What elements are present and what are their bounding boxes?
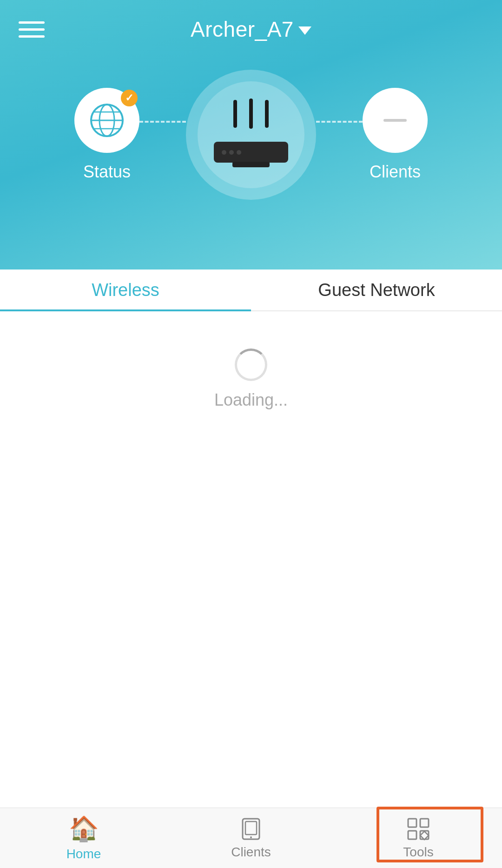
tab-guest-network-label: Guest Network: [318, 280, 435, 300]
menu-button[interactable]: [19, 21, 45, 38]
home-icon: 🏠: [69, 815, 99, 843]
nav-tools[interactable]: Tools: [335, 817, 502, 860]
router-outer-circle: [186, 70, 316, 200]
content-area: Loading...: [0, 311, 502, 683]
svg-point-12: [237, 150, 241, 155]
clients-label: Clients: [370, 162, 421, 182]
svg-marker-20: [420, 831, 429, 840]
nav-home[interactable]: 🏠 Home: [0, 815, 167, 861]
router-name-text: Archer_A7: [191, 17, 294, 42]
dashed-line-right: [316, 121, 363, 123]
clients-nav-icon: [239, 817, 263, 841]
loading-text: Loading...: [214, 390, 288, 410]
tools-nav-label: Tools: [403, 845, 433, 860]
globe-icon: [88, 102, 126, 139]
svg-point-10: [222, 150, 226, 155]
svg-rect-6: [249, 99, 253, 129]
loading-indicator: Loading...: [0, 311, 502, 410]
router-icon: [205, 98, 297, 172]
network-diagram: ✓ Status: [0, 70, 502, 200]
home-label: Home: [66, 847, 101, 861]
tools-icon: [406, 817, 430, 841]
check-icon: ✓: [125, 92, 133, 104]
nav-clients[interactable]: Clients: [167, 817, 335, 860]
status-label: Status: [83, 162, 131, 182]
clients-node[interactable]: Clients: [363, 88, 428, 182]
status-badge: ✓: [121, 90, 138, 106]
bottom-navigation: 🏠 Home Clients Tools: [0, 808, 502, 868]
svg-rect-7: [265, 100, 269, 128]
tabs-container: Wireless Guest Network: [0, 270, 502, 311]
svg-rect-16: [408, 819, 416, 827]
svg-rect-9: [232, 162, 270, 167]
status-node[interactable]: ✓ Status: [74, 88, 139, 182]
hero-section: Archer_A7 ✓ Status: [0, 0, 502, 270]
svg-rect-18: [408, 831, 416, 839]
status-circle: ✓: [74, 88, 139, 153]
svg-rect-17: [420, 819, 429, 827]
router-inner-circle: [198, 81, 304, 188]
dropdown-arrow-icon: [298, 26, 311, 35]
router-name-display[interactable]: Archer_A7: [191, 17, 311, 42]
clients-circle: [363, 88, 428, 153]
svg-rect-14: [245, 822, 257, 835]
minus-icon: [383, 119, 407, 122]
dashed-line-left: [139, 121, 186, 123]
svg-point-15: [250, 836, 252, 838]
tab-wireless[interactable]: Wireless: [0, 270, 251, 310]
clients-nav-label: Clients: [231, 845, 271, 860]
svg-rect-5: [233, 100, 237, 128]
loading-spinner: [235, 349, 267, 381]
tab-wireless-label: Wireless: [92, 280, 159, 300]
tab-guest-network[interactable]: Guest Network: [251, 270, 502, 310]
svg-point-11: [229, 150, 234, 155]
topbar: Archer_A7: [0, 0, 502, 42]
